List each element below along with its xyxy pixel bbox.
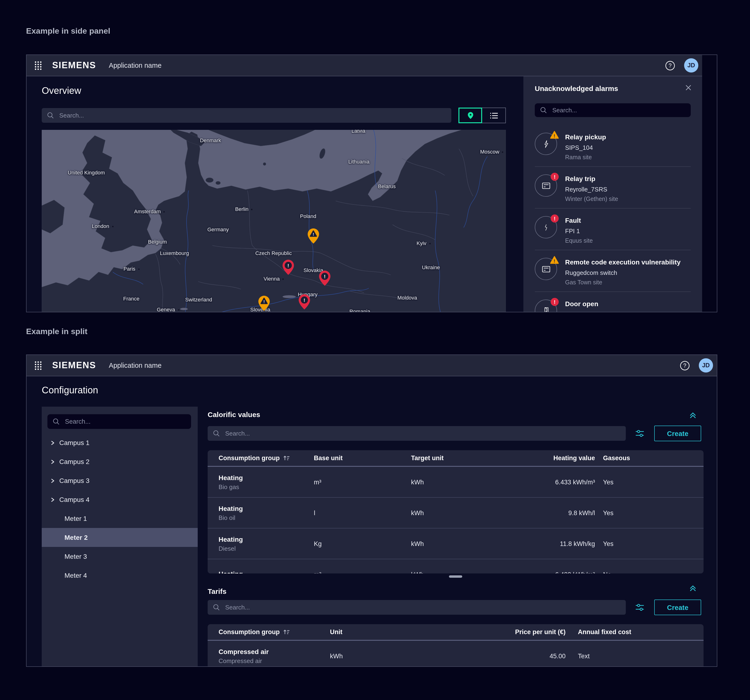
help-icon[interactable]: ?	[680, 361, 690, 371]
alarm-item-relay-trip[interactable]: ! Relay trip Reyrolle_7SRS Winter (Gethe…	[535, 167, 691, 209]
filter-icon[interactable]	[634, 602, 645, 613]
alarm-item-door-open[interactable]: ! Door open FPI 1	[535, 292, 691, 312]
overview-search-input[interactable]	[58, 111, 451, 120]
app-switcher-icon[interactable]	[35, 361, 42, 370]
alarm-device: Reyrolle_7SRS	[565, 185, 618, 193]
alarms-panel-title: Unacknowledged alarms	[535, 84, 618, 92]
cell-target-unit: kWh	[411, 540, 534, 547]
tree-item-label: Campus 2	[59, 458, 90, 465]
map-pin-critical[interactable]: !	[298, 294, 310, 310]
tree-item-campus-2[interactable]: Campus 2	[42, 452, 198, 471]
column-annual-fixed-cost[interactable]: Annual fixed cost	[566, 628, 704, 636]
configuration-window: SIEMENS Application name ? JD Configurat…	[26, 355, 717, 667]
tree-item-campus-3[interactable]: Campus 3	[42, 471, 198, 490]
svg-text:!: !	[554, 216, 555, 221]
chevron-right-icon[interactable]	[50, 459, 55, 464]
tree-search-input[interactable]	[64, 418, 191, 425]
table-row[interactable]: HeatingBio oil l kWh 9.8 kWh/l Yes	[207, 497, 704, 528]
map-pin-warning[interactable]: !	[258, 295, 270, 312]
column-consumption-group[interactable]: Consumption group	[218, 454, 314, 462]
calorific-table: Consumption group Base unit Target unit …	[207, 450, 704, 573]
city-dot	[138, 269, 139, 270]
cell-type: Compressed air	[218, 657, 330, 665]
column-unit[interactable]: Unit	[330, 628, 444, 636]
cell-gaseous: No	[595, 571, 704, 573]
tree-item-meter-3[interactable]: Meter 3	[42, 547, 198, 566]
tree-item-meter-2-selected[interactable]: Meter 2	[42, 528, 198, 547]
cell-gaseous: Yes	[595, 540, 704, 547]
map-view-button[interactable]	[458, 107, 482, 123]
svg-text:?: ?	[669, 63, 672, 69]
list-view-button[interactable]	[482, 107, 506, 123]
calorific-search[interactable]	[207, 426, 626, 441]
chevron-right-icon[interactable]	[50, 497, 55, 502]
filter-icon[interactable]	[634, 428, 645, 439]
calorific-search-input[interactable]	[224, 429, 626, 438]
cell-target-unit: kWh	[411, 509, 534, 516]
svg-text:!: !	[554, 174, 555, 180]
tarifs-search-input[interactable]	[224, 603, 626, 611]
alarm-list: ! Relay pickup SIPS_104 Rama site	[535, 125, 691, 312]
cell-type: Bio gas	[218, 483, 314, 491]
city-dot	[112, 226, 113, 227]
column-target-unit[interactable]: Target unit	[411, 454, 534, 462]
map-pin-critical[interactable]: !	[318, 270, 331, 286]
help-icon[interactable]: ?	[665, 61, 675, 71]
scrollbar-thumb[interactable]	[449, 576, 462, 578]
svg-text:!: !	[304, 298, 305, 303]
table-row[interactable]: HeatingDiesel Kg kWh 11.8 kWh/kg Yes	[207, 528, 704, 559]
app-header: SIEMENS Application name ? JD	[26, 55, 702, 76]
europe-map[interactable]: LatviaDenmarkMoscowLithuaniaUnited Kingd…	[42, 130, 506, 312]
chevron-right-icon[interactable]	[50, 440, 55, 445]
collapse-section-icon[interactable]	[689, 585, 697, 592]
location-pin-icon	[466, 111, 474, 120]
column-gaseous[interactable]: Gaseous	[595, 454, 704, 462]
alarms-search-input[interactable]	[551, 106, 691, 114]
critical-badge-icon: !	[550, 298, 559, 308]
cell-target-unit: kWh	[411, 479, 534, 485]
table-row[interactable]: HeatingBio gas m³ kWh 6.433 kWh/m³ Yes	[207, 467, 704, 497]
tree-item-label: Meter 1	[65, 515, 87, 522]
map-pin-warning[interactable]: !	[307, 228, 320, 244]
warning-badge-icon: !	[550, 256, 559, 266]
create-calorific-button[interactable]: Create	[654, 425, 701, 441]
avatar[interactable]: JD	[684, 58, 698, 72]
map-pin-critical[interactable]: !	[282, 259, 294, 275]
tree-search[interactable]	[48, 414, 191, 429]
close-icon[interactable]	[685, 84, 692, 93]
sort-ascending-icon[interactable]	[283, 455, 290, 461]
alarm-item-relay-pickup[interactable]: ! Relay pickup SIPS_104 Rama site	[535, 125, 691, 167]
create-tarif-button[interactable]: Create	[654, 600, 701, 615]
alarm-title: Relay pickup	[565, 133, 606, 141]
app-switcher-icon[interactable]	[35, 61, 42, 70]
tree-item-campus-4[interactable]: Campus 4	[42, 490, 198, 509]
table-row[interactable]: Heating m³ kWh 6.433 kWh/m³ No	[207, 559, 704, 573]
table-row[interactable]: Compressed airCompressed air kWh 45.00 T…	[207, 641, 704, 666]
svg-text:!: !	[554, 134, 555, 138]
tree-item-campus-1[interactable]: Campus 1	[42, 433, 198, 452]
alarm-site: Equus site	[565, 237, 593, 244]
column-heating-value[interactable]: Heating value	[534, 454, 595, 462]
column-base-unit[interactable]: Base unit	[314, 454, 411, 462]
chevron-right-icon[interactable]	[50, 478, 55, 483]
tree-item-meter-1[interactable]: Meter 1	[42, 509, 198, 528]
column-consumption-group[interactable]: Consumption group	[218, 628, 330, 636]
tree-item-label: Campus 4	[59, 496, 90, 504]
view-toggle	[458, 107, 506, 123]
alarm-item-remote-code[interactable]: ! Remote code execution vulnerability Ru…	[535, 250, 691, 292]
collapse-section-icon[interactable]	[689, 412, 697, 419]
avatar[interactable]: JD	[699, 358, 713, 373]
alarm-device: FPI 1	[565, 227, 593, 235]
cell-type: Diesel	[218, 544, 314, 553]
scrollbar-gutter[interactable]	[702, 55, 717, 312]
overview-search[interactable]	[42, 108, 451, 123]
tarifs-search[interactable]	[207, 600, 626, 615]
column-price-per-unit[interactable]: Price per unit (€)	[444, 628, 566, 636]
alarms-search[interactable]	[535, 103, 691, 117]
sort-ascending-icon[interactable]	[283, 629, 290, 635]
alarm-item-fault[interactable]: ! Fault FPI 1 Equus site	[535, 209, 691, 250]
city-dot	[502, 151, 503, 153]
application-name: Application name	[109, 362, 162, 369]
tree-item-meter-4[interactable]: Meter 4	[42, 566, 198, 585]
search-icon	[47, 112, 54, 119]
